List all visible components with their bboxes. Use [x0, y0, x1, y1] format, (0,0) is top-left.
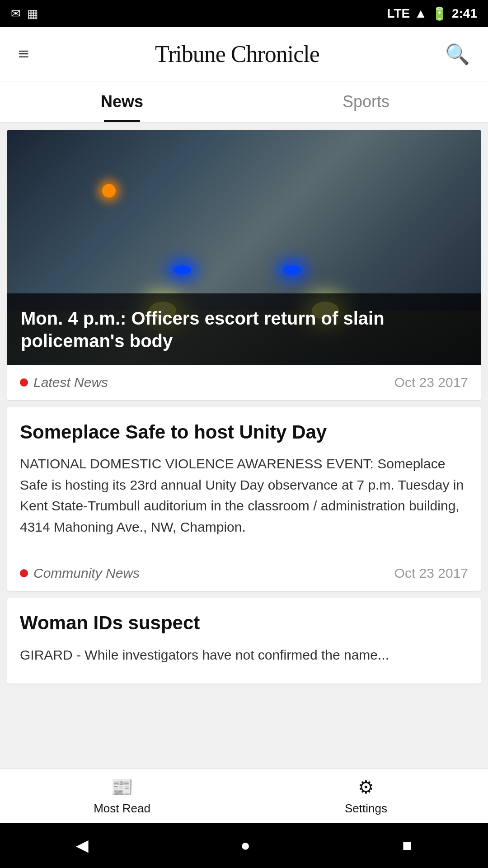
menu-button[interactable]: ≡ — [18, 42, 29, 66]
article-meta: Community News Oct 23 2017 — [7, 556, 481, 591]
article-date: Oct 23 2017 — [394, 566, 468, 581]
featured-category: Latest News — [20, 375, 108, 390]
clock: 2:41 — [452, 6, 477, 21]
category-label: Community News — [33, 566, 140, 581]
article-woman-ids[interactable]: Woman IDs suspect GIRARD - While investi… — [7, 598, 481, 684]
back-button[interactable]: ◀ — [76, 836, 89, 855]
bottom-navigation: 📰 Most Read ⚙ Settings — [0, 769, 488, 823]
main-content: Mon. 4 p.m.: Officers escort return of s… — [0, 123, 488, 769]
navigation-tabs: News Sports — [0, 81, 488, 123]
blue-light-left — [173, 265, 191, 274]
settings-tab[interactable]: ⚙ Settings — [244, 769, 488, 823]
featured-image: Mon. 4 p.m.: Officers escort return of s… — [7, 130, 481, 365]
app-header: ≡ Tribune Chronicle 🔍 — [0, 27, 488, 81]
lte-indicator: LTE — [387, 6, 410, 21]
app-title: Tribune Chronicle — [155, 41, 319, 67]
home-button[interactable]: ● — [240, 836, 250, 855]
most-read-tab[interactable]: 📰 Most Read — [0, 769, 244, 823]
article-headline-3: Woman IDs suspect — [20, 612, 468, 634]
blue-light-right — [283, 265, 301, 274]
featured-caption: Mon. 4 p.m.: Officers escort return of s… — [7, 293, 481, 365]
most-read-icon: 📰 — [111, 777, 133, 798]
article-excerpt: NATIONAL DOMESTIC VIOLENCE AWARENESS EVE… — [20, 453, 468, 538]
article-category: Community News — [20, 566, 140, 581]
search-button[interactable]: 🔍 — [445, 42, 470, 66]
category-dot — [20, 378, 28, 387]
status-left: ✉ ▦ — [11, 7, 38, 21]
recent-button[interactable]: ■ — [402, 836, 412, 855]
gmail-icon: ✉ — [11, 7, 21, 21]
category-label: Latest News — [33, 375, 108, 390]
status-right: LTE ▲ 🔋 2:41 — [387, 6, 477, 21]
signal-icon: ▲ — [414, 6, 427, 21]
tab-news[interactable]: News — [0, 81, 244, 122]
most-read-label: Most Read — [94, 802, 150, 816]
category-dot — [20, 569, 28, 577]
article-excerpt-3: GIRARD - While investigators have not co… — [20, 645, 468, 666]
settings-icon: ⚙ — [358, 777, 374, 798]
article-body: Someplace Safe to host Unity Day NATIONA… — [7, 407, 481, 556]
android-nav-bar: ◀ ● ■ — [0, 823, 488, 868]
featured-meta: Latest News Oct 23 2017 — [7, 365, 481, 400]
article-body-partial: Woman IDs suspect GIRARD - While investi… — [7, 598, 481, 684]
article-headline: Someplace Safe to host Unity Day — [20, 421, 468, 443]
article-unity-day[interactable]: Someplace Safe to host Unity Day NATIONA… — [7, 407, 481, 591]
tab-sports[interactable]: Sports — [244, 81, 488, 122]
featured-headline: Mon. 4 p.m.: Officers escort return of s… — [21, 307, 467, 352]
settings-label: Settings — [345, 802, 387, 816]
featured-date: Oct 23 2017 — [394, 375, 468, 390]
featured-article[interactable]: Mon. 4 p.m.: Officers escort return of s… — [7, 130, 481, 400]
status-bar: ✉ ▦ LTE ▲ 🔋 2:41 — [0, 0, 488, 27]
battery-icon: 🔋 — [432, 6, 447, 21]
storage-icon: ▦ — [27, 7, 38, 21]
orange-light — [102, 184, 116, 198]
